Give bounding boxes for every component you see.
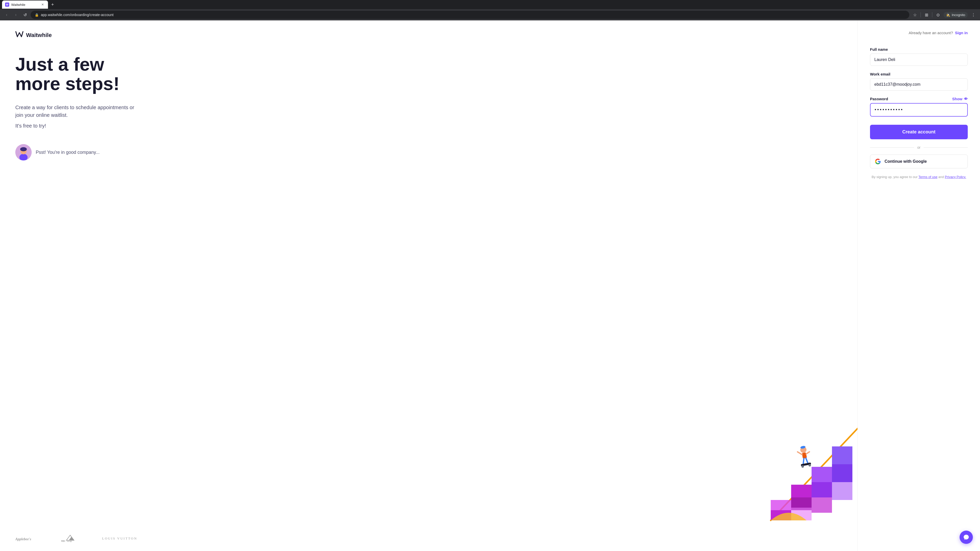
svg-rect-4	[21, 148, 26, 149]
full-name-label: Full name	[870, 47, 968, 52]
address-bar[interactable]: 🔒 app.waitwhile.com/onboarding/create-ac…	[30, 11, 909, 19]
svg-rect-16	[832, 482, 853, 500]
svg-rect-15	[832, 446, 853, 464]
right-panel: Already have an account? Sign in Full na…	[858, 21, 980, 551]
back-button[interactable]: ‹	[3, 11, 10, 18]
or-divider: or	[870, 145, 968, 149]
password-header: Password Show 👁	[870, 97, 968, 101]
staircase-illustration	[756, 424, 858, 526]
new-tab-button[interactable]: +	[49, 1, 56, 8]
full-name-group: Full name	[870, 47, 968, 66]
left-panel: Waitwhile Just a few more steps! Create …	[0, 21, 858, 551]
svg-rect-11	[811, 482, 832, 497]
chat-bubble-icon	[963, 534, 969, 540]
active-tab[interactable]: W Waitwhile ✕	[2, 0, 48, 9]
hero-title: Just a few more steps!	[15, 55, 148, 94]
password-input-wrapper	[870, 103, 968, 117]
svg-line-22	[802, 458, 805, 464]
svg-text:Applebee's: Applebee's	[15, 537, 32, 541]
terms-link[interactable]: Terms of use	[918, 175, 937, 179]
full-name-input[interactable]	[870, 54, 968, 66]
svg-text:REI: REI	[61, 540, 65, 542]
brand-logos: Applebee's REI co-op LOUIS VUITTON	[15, 533, 137, 543]
or-text: or	[917, 145, 920, 149]
tab-title: Waitwhile	[11, 3, 25, 6]
tab-close-button[interactable]: ✕	[40, 2, 45, 7]
svg-rect-9	[791, 485, 811, 497]
work-email-label: Work email	[870, 72, 968, 76]
show-password-label: Show	[952, 97, 963, 101]
password-group: Password Show 👁	[870, 97, 968, 117]
testimonial: Psst! You're in good company...	[15, 144, 842, 160]
menu-icon[interactable]: ⋮	[970, 11, 977, 18]
logo-text: Waitwhile	[26, 32, 52, 38]
rei-logo: REI co-op	[61, 533, 82, 543]
reload-button[interactable]: ↺	[21, 11, 29, 18]
terms-text: By signing up, you agree to our Terms of…	[870, 175, 968, 180]
chat-bubble-button[interactable]	[959, 530, 973, 544]
logo: Waitwhile	[15, 30, 842, 40]
toolbar-actions: ☆ ⊞ ⊙ 🕵 Incognito ⋮	[912, 11, 977, 18]
already-account-text: Already have an account?	[909, 30, 953, 35]
create-account-button[interactable]: Create account	[870, 125, 968, 139]
testimonial-text: Psst! You're in good company...	[36, 150, 100, 155]
eye-icon: 👁	[964, 97, 968, 101]
svg-rect-14	[832, 464, 853, 482]
svg-text:co-op: co-op	[67, 540, 72, 542]
page-container: Waitwhile Just a few more steps! Create …	[0, 21, 980, 551]
address-text: app.waitwhile.com/onboarding/create-acco…	[41, 13, 114, 17]
google-button[interactable]: Continue with Google	[870, 155, 968, 168]
svg-line-23	[806, 458, 808, 463]
work-email-group: Work email	[870, 72, 968, 91]
extensions-icon[interactable]: ⊞	[923, 11, 930, 18]
profile-icon[interactable]: ⊙	[934, 11, 942, 18]
svg-rect-12	[811, 467, 832, 482]
svg-rect-13	[811, 497, 832, 513]
incognito-badge: 🕵 Incognito	[943, 12, 968, 18]
browser-tabs: W Waitwhile ✕ +	[0, 0, 980, 9]
password-input[interactable]	[870, 103, 968, 117]
svg-rect-7	[771, 500, 791, 510]
google-icon	[875, 159, 881, 165]
applebees-logo: Applebee's	[15, 533, 41, 543]
svg-marker-29	[69, 537, 74, 540]
logo-icon	[15, 30, 24, 40]
hero-free-text: It's free to try!	[15, 123, 842, 129]
browser-toolbar: ‹ › ↺ 🔒 app.waitwhile.com/onboarding/cre…	[0, 9, 980, 21]
testimonial-avatar	[15, 144, 32, 160]
divider-2	[932, 12, 932, 17]
privacy-link[interactable]: Privacy Policy.	[945, 175, 966, 179]
sign-in-row: Already have an account? Sign in	[870, 30, 968, 35]
svg-line-21	[806, 452, 810, 454]
google-button-label: Continue with Google	[885, 159, 927, 164]
password-label: Password	[870, 97, 888, 101]
sign-in-link[interactable]: Sign in	[955, 30, 968, 35]
forward-button[interactable]: ›	[12, 11, 19, 18]
show-password-button[interactable]: Show 👁	[952, 97, 968, 101]
louis-vuitton-logo: LOUIS VUITTON	[102, 536, 137, 540]
bookmark-icon[interactable]: ☆	[912, 11, 918, 18]
hero-subtitle: Create a way for clients to schedule app…	[15, 103, 138, 119]
work-email-input[interactable]	[870, 78, 968, 91]
browser-chrome: W Waitwhile ✕ + ‹ › ↺ 🔒 app.waitwhile.co…	[0, 0, 980, 21]
tab-favicon: W	[5, 3, 9, 6]
